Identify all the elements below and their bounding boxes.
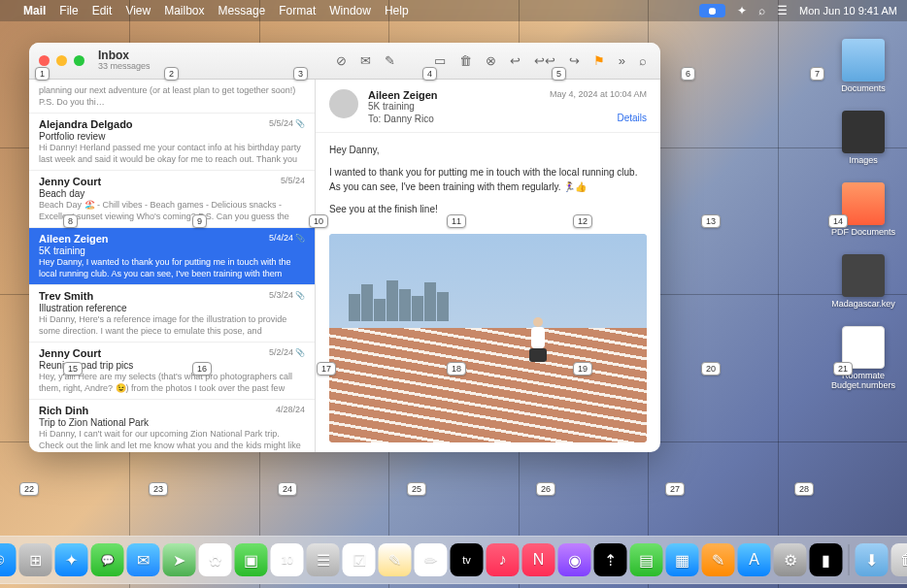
message-list[interactable]: planning our next adventure (or at least… <box>29 80 316 452</box>
dock-messages[interactable]: 💬 <box>91 543 124 576</box>
message-item[interactable]: planning our next adventure (or at least… <box>29 80 315 114</box>
menu-message[interactable]: Message <box>218 4 266 17</box>
zoom-button[interactable] <box>74 55 84 66</box>
dock-appstore[interactable]: A <box>738 543 771 576</box>
control-center-icon[interactable]: ☰ <box>777 4 788 17</box>
grid-number[interactable]: 15 <box>63 362 83 376</box>
message-item[interactable]: Rich Dinh 4/28/24 Trip to Zion National … <box>29 400 315 452</box>
sender-avatar[interactable] <box>329 89 358 118</box>
new-mail-icon[interactable]: ✉ <box>360 53 371 68</box>
desktop-item-pdf[interactable]: PDF Documents <box>829 182 897 237</box>
grid-number[interactable]: 17 <box>317 362 336 376</box>
grid-number[interactable]: 10 <box>309 214 328 228</box>
grid-number[interactable]: 2 <box>164 67 179 81</box>
menu-format[interactable]: Format <box>279 4 316 17</box>
grid-number[interactable]: 5 <box>552 67 566 81</box>
grid-number[interactable]: 6 <box>681 67 695 81</box>
grid-number[interactable]: 12 <box>573 214 592 228</box>
dock-freeform[interactable]: ✏ <box>415 543 448 576</box>
grid-number[interactable]: 28 <box>794 482 814 496</box>
compose-icon[interactable]: ✎ <box>385 53 395 68</box>
dock-stocks[interactable]: ⇡ <box>594 543 627 576</box>
dock-photos[interactable]: ✿ <box>199 543 232 576</box>
dock-mail[interactable]: ✉ <box>127 543 160 576</box>
dock-downloads[interactable]: ⬇ <box>856 543 889 576</box>
dock-settings[interactable]: ⚙ <box>774 543 807 576</box>
grid-number[interactable]: 25 <box>407 482 426 496</box>
app-menu[interactable]: Mail <box>23 4 46 17</box>
msg-subject: Portfolio review <box>39 131 305 142</box>
grid-number[interactable]: 27 <box>665 482 685 496</box>
dock-news[interactable]: N <box>522 543 555 576</box>
menu-edit[interactable]: Edit <box>92 4 113 17</box>
reply-icon[interactable]: ↩ <box>510 53 521 68</box>
message-item[interactable]: Aileen Zeigen 5/4/24📎 5K training Hey Da… <box>29 228 315 285</box>
grid-number[interactable]: 20 <box>701 362 721 376</box>
grid-number[interactable]: 4 <box>422 67 437 81</box>
desktop-item-num[interactable]: Roommate Budget.numbers <box>829 326 897 390</box>
dock-music[interactable]: ♪ <box>487 543 520 576</box>
grid-number[interactable]: 18 <box>447 362 466 376</box>
grid-number[interactable]: 26 <box>536 482 555 496</box>
grid-number[interactable]: 3 <box>293 67 308 81</box>
grid-number[interactable]: 22 <box>19 482 39 496</box>
message-attachment-image[interactable] <box>329 234 647 442</box>
dock-pages-app[interactable]: ✎ <box>702 543 735 576</box>
dock-maps[interactable]: ➤ <box>163 543 196 576</box>
menu-help[interactable]: Help <box>385 4 409 17</box>
junk-icon[interactable]: ⊗ <box>486 53 496 68</box>
dock-numbers-app[interactable]: ▤ <box>630 543 663 576</box>
voice-control-indicator[interactable]: ⏺ <box>699 4 725 17</box>
menubar-clock[interactable]: Mon Jun 10 9:41 AM <box>799 5 897 16</box>
dock-notes[interactable]: ✎ <box>379 543 412 576</box>
filter-icon[interactable]: ⊘ <box>336 53 347 68</box>
menu-file[interactable]: File <box>59 4 78 17</box>
dock-keynote-app[interactable]: ▦ <box>666 543 699 576</box>
dock-contacts[interactable]: ☰ <box>307 543 340 576</box>
dock-iphone-mirror[interactable]: ▮ <box>810 543 843 576</box>
dock-tv[interactable]: tv <box>451 543 484 576</box>
grid-number[interactable]: 21 <box>833 362 853 376</box>
grid-number[interactable]: 23 <box>149 482 168 496</box>
dock-reminders[interactable]: ☑ <box>343 543 376 576</box>
grid-number[interactable]: 1 <box>35 67 50 81</box>
menu-window[interactable]: Window <box>329 4 371 17</box>
minimize-button[interactable] <box>56 55 67 66</box>
close-button[interactable] <box>39 55 50 66</box>
grid-number[interactable]: 9 <box>192 214 207 228</box>
search-toolbar-icon[interactable]: ⌕ <box>639 53 647 68</box>
grid-number[interactable]: 24 <box>278 482 297 496</box>
dock-trash[interactable]: 🗑 <box>891 543 908 576</box>
search-icon[interactable]: ⌕ <box>758 4 765 17</box>
dock-safari[interactable]: ✦ <box>55 543 88 576</box>
forward-icon[interactable]: ↪ <box>569 53 580 68</box>
dock-podcasts[interactable]: ◉ <box>558 543 591 576</box>
details-link[interactable]: Details <box>617 113 647 123</box>
grid-number[interactable]: 11 <box>447 214 466 228</box>
desktop-item-img[interactable]: Images <box>829 111 897 165</box>
grid-number[interactable]: 13 <box>701 214 721 228</box>
archive-icon[interactable]: ▭ <box>434 53 446 68</box>
wifi-icon[interactable]: ✦ <box>737 4 747 17</box>
desktop-item-folder[interactable]: Documents <box>829 39 897 93</box>
grid-number[interactable]: 16 <box>192 362 212 376</box>
grid-number[interactable]: 14 <box>828 214 848 228</box>
flag-icon[interactable]: ⚑ <box>593 53 605 68</box>
dock-facetime[interactable]: ▣ <box>235 543 268 576</box>
dock-finder[interactable]: ☺ <box>0 543 17 576</box>
grid-number[interactable]: 7 <box>810 67 824 81</box>
trash-icon[interactable]: 🗑 <box>459 53 472 68</box>
menu-view[interactable]: View <box>125 4 151 17</box>
dock-calendar[interactable]: 10 <box>271 543 304 576</box>
reply-all-icon[interactable]: ↩↩ <box>534 53 555 68</box>
menu-mailbox[interactable]: Mailbox <box>164 4 204 17</box>
grid-number[interactable]: 8 <box>63 214 78 228</box>
dock-launchpad[interactable]: ⊞ <box>19 543 52 576</box>
header-to: To: Danny Rico <box>368 114 647 124</box>
message-item[interactable]: Alejandra Delgado 5/5/24📎 Portfolio revi… <box>29 114 315 171</box>
message-item[interactable]: Trev Smith 5/3/24📎 Illustration referenc… <box>29 285 315 343</box>
desktop-label: Documents <box>841 83 886 93</box>
grid-number[interactable]: 19 <box>573 362 592 376</box>
more-icon[interactable]: » <box>619 53 625 68</box>
desktop-item-key[interactable]: Madagascar.key <box>829 254 897 309</box>
